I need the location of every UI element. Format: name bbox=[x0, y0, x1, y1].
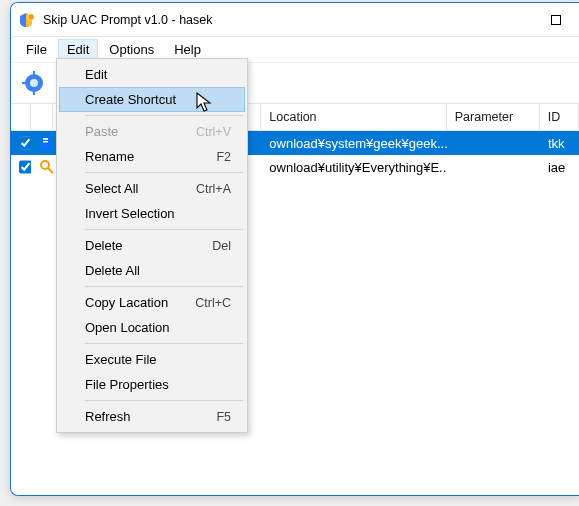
row-id: iae bbox=[540, 155, 579, 179]
menu-delete-all[interactable]: Delete All bbox=[59, 258, 245, 283]
titlebar: Skip UAC Prompt v1.0 - hasek bbox=[11, 3, 579, 37]
menu-create-shortcut[interactable]: Create Shortcut bbox=[59, 87, 245, 112]
menu-file[interactable]: File bbox=[17, 39, 56, 60]
menu-separator bbox=[85, 172, 243, 173]
svg-rect-9 bbox=[43, 138, 48, 140]
col-icon bbox=[31, 104, 53, 130]
maximize-button[interactable] bbox=[533, 3, 579, 37]
edit-dropdown-menu: Edit Create Shortcut Paste Ctrl+V Rename… bbox=[56, 58, 248, 433]
menu-edit-item[interactable]: Edit bbox=[59, 62, 245, 87]
row-parameter bbox=[447, 155, 540, 179]
row-parameter bbox=[447, 131, 540, 155]
app-icon bbox=[19, 12, 35, 28]
menu-open-location[interactable]: Open Location bbox=[59, 315, 245, 340]
row-checkbox[interactable] bbox=[11, 131, 31, 155]
menu-refresh[interactable]: Refresh F5 bbox=[59, 404, 245, 429]
menu-separator bbox=[85, 400, 243, 401]
col-id-header[interactable]: ID bbox=[540, 104, 579, 130]
row-location: ownload¥utility¥Everything¥E... bbox=[261, 155, 447, 179]
row-checkbox[interactable] bbox=[11, 155, 31, 179]
row-app-icon bbox=[31, 155, 53, 179]
svg-rect-1 bbox=[552, 15, 561, 24]
menu-select-all[interactable]: Select All Ctrl+A bbox=[59, 176, 245, 201]
svg-rect-10 bbox=[43, 141, 48, 143]
row-location: ownload¥system¥geek¥geek... bbox=[261, 131, 447, 155]
menu-copy-location[interactable]: Copy Lacation Ctrl+C bbox=[59, 290, 245, 315]
menu-rename[interactable]: Rename F2 bbox=[59, 144, 245, 169]
col-location-header[interactable]: Location bbox=[261, 104, 446, 130]
svg-point-3 bbox=[30, 79, 38, 87]
menu-edit[interactable]: Edit bbox=[58, 39, 98, 60]
menu-help[interactable]: Help bbox=[165, 39, 210, 60]
row-id: tkk bbox=[540, 131, 579, 155]
svg-rect-6 bbox=[22, 82, 27, 84]
svg-rect-4 bbox=[33, 71, 35, 76]
menu-separator bbox=[85, 343, 243, 344]
menu-file-properties[interactable]: File Properties bbox=[59, 372, 245, 397]
menu-separator bbox=[85, 115, 243, 116]
toolbar-gear-icon[interactable] bbox=[19, 67, 51, 99]
row-app-icon bbox=[31, 131, 53, 155]
svg-rect-5 bbox=[33, 90, 35, 95]
menu-separator bbox=[85, 286, 243, 287]
col-parameter-header[interactable]: Parameter bbox=[447, 104, 540, 130]
menu-delete[interactable]: Delete Del bbox=[59, 233, 245, 258]
window-title: Skip UAC Prompt v1.0 - hasek bbox=[43, 13, 533, 27]
menu-separator bbox=[85, 229, 243, 230]
menu-invert-selection[interactable]: Invert Selection bbox=[59, 201, 245, 226]
col-checkbox bbox=[11, 104, 31, 130]
svg-point-0 bbox=[28, 13, 34, 19]
menu-options[interactable]: Options bbox=[100, 39, 163, 60]
menu-paste[interactable]: Paste Ctrl+V bbox=[59, 119, 245, 144]
menu-execute-file[interactable]: Execute File bbox=[59, 347, 245, 372]
